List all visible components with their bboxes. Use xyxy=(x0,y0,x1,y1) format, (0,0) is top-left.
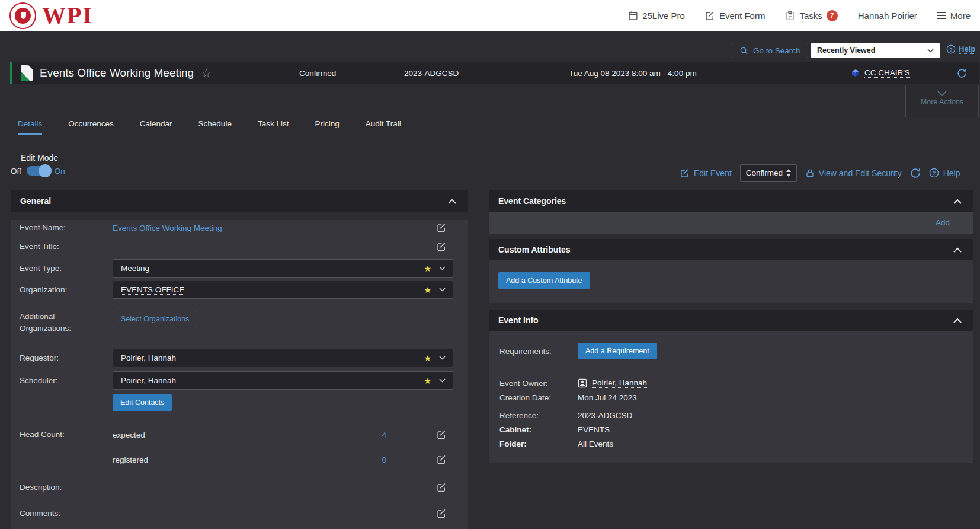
event-state: Confirmed xyxy=(299,62,336,84)
head-count-expected-row: Head Count: expected 4 xyxy=(20,427,457,442)
select-organizations-button[interactable]: Select Organizations xyxy=(113,311,197,327)
expected-value[interactable]: 4 xyxy=(382,431,386,439)
nav-more[interactable]: More xyxy=(937,10,971,21)
edit-registered-icon[interactable] xyxy=(437,455,447,465)
event-refresh-icon[interactable] xyxy=(957,62,967,84)
requirements-label: Requirements: xyxy=(499,347,578,356)
calendar-icon xyxy=(628,11,638,21)
details-refresh-icon[interactable] xyxy=(910,168,921,179)
tab-calendar[interactable]: Calendar xyxy=(140,119,172,135)
event-actions-row: Edit Event Confirmed View and Edit Secur… xyxy=(680,164,960,182)
edit-description-icon[interactable] xyxy=(437,483,447,493)
tab-audit-trail[interactable]: Audit Trail xyxy=(366,119,401,135)
menu-icon xyxy=(937,10,946,21)
tab-details[interactable]: Details xyxy=(18,119,42,135)
go-to-search-button[interactable]: Go to Search xyxy=(732,43,808,58)
help-link-top[interactable]: ? Help xyxy=(946,44,975,54)
nav-more-label: More xyxy=(950,11,971,21)
chevron-up-icon[interactable] xyxy=(448,199,456,204)
scheduler-select[interactable]: Poirier, Hannah ★ xyxy=(113,371,453,390)
registered-label: registered xyxy=(113,455,148,464)
tab-occurrences[interactable]: Occurrences xyxy=(68,119,114,135)
spinner-icon xyxy=(786,169,791,177)
toggle-on-label: On xyxy=(55,167,65,176)
reference-value: 2023-ADGCSD xyxy=(578,411,632,420)
event-name-value[interactable]: Events Office Working Meeting xyxy=(113,224,222,232)
event-type-row: Event Type: Meeting ★ xyxy=(20,259,457,278)
organization-row: Organization: EVENTS OFFICE ★ xyxy=(20,281,457,299)
svg-text:?: ? xyxy=(949,47,953,53)
requestor-value: Poirier, Hannah xyxy=(121,353,176,362)
chevron-up-icon[interactable] xyxy=(953,318,962,323)
tab-pricing[interactable]: Pricing xyxy=(315,119,339,135)
reference-row: Reference: 2023-ADGCSD xyxy=(499,408,964,422)
event-title: Events Office Working Meeting xyxy=(40,66,194,79)
edit-event-title-icon[interactable] xyxy=(437,242,447,252)
cube-icon xyxy=(851,69,860,77)
event-categories-body: Add xyxy=(489,212,973,234)
registered-value[interactable]: 0 xyxy=(382,455,386,464)
creation-date-label: Creation Date: xyxy=(499,393,578,402)
event-type-label: Event Type: xyxy=(20,263,113,275)
required-star-icon: ★ xyxy=(424,264,431,273)
event-owner-link[interactable]: Poirier, Hannah xyxy=(578,378,647,388)
help-link-details[interactable]: ? Help xyxy=(929,168,960,178)
add-custom-attribute-button[interactable]: Add a Custom Attribute xyxy=(498,272,590,289)
more-actions-button[interactable]: More Actions xyxy=(905,85,979,117)
nav-user[interactable]: Hannah Poirier xyxy=(858,11,917,21)
tab-schedule[interactable]: Schedule xyxy=(198,119,232,135)
event-type-select[interactable]: Meeting ★ xyxy=(113,259,453,278)
organization-select[interactable]: EVENTS OFFICE ★ xyxy=(113,281,453,299)
head-count-registered-row: registered 0 xyxy=(20,452,457,467)
organization-label: Organization: xyxy=(20,284,113,296)
event-info-header: Event Info xyxy=(489,310,973,331)
add-requirement-button[interactable]: Add a Requirement xyxy=(578,343,657,359)
general-panel: General Event Name: Events Office Workin… xyxy=(11,190,468,529)
chevron-down-icon xyxy=(439,288,446,292)
svg-text:?: ? xyxy=(932,170,936,176)
view-edit-security-link[interactable]: View and Edit Security xyxy=(805,168,902,178)
add-category-link[interactable]: Add xyxy=(936,218,950,227)
tab-task-list[interactable]: Task List xyxy=(258,119,289,135)
edit-event-name-icon[interactable] xyxy=(437,223,447,233)
additional-orgs-row: Additional Organizations: Select Organiz… xyxy=(20,311,457,330)
recently-viewed-value: Recently Viewed xyxy=(817,46,875,55)
wpi-wordmark: WPI xyxy=(42,4,93,27)
event-datetime: Tue Aug 08 2023 8:00 am - 4:00 pm xyxy=(569,62,697,84)
favorite-star-icon[interactable]: ☆ xyxy=(201,67,212,79)
event-categories-title: Event Categories xyxy=(498,196,566,206)
nav-user-label: Hannah Poirier xyxy=(858,11,917,21)
edit-event-link[interactable]: Edit Event xyxy=(680,168,732,178)
chevron-down-icon xyxy=(439,356,446,360)
edit-comments-icon[interactable] xyxy=(437,509,447,519)
creation-date-value: Mon Jul 24 2023 xyxy=(578,393,637,402)
event-state-select[interactable]: Confirmed xyxy=(740,164,797,182)
edit-contacts-button[interactable]: Edit Contacts xyxy=(113,394,172,411)
nav-tasks[interactable]: Tasks 7 xyxy=(785,10,837,21)
help-icon: ? xyxy=(946,44,956,54)
event-type-value: Meeting xyxy=(121,264,149,273)
event-location-link[interactable]: CC CHAIR'S xyxy=(851,62,910,84)
nav-event-form[interactable]: Event Form xyxy=(705,11,766,21)
chevron-down-icon xyxy=(439,378,446,383)
event-state-value: Confirmed xyxy=(746,168,783,177)
cabinet-row: Cabinet: EVENTS xyxy=(499,422,964,436)
creation-date-row: Creation Date: Mon Jul 24 2023 xyxy=(499,390,964,404)
chevron-up-icon[interactable] xyxy=(953,247,962,253)
chevron-up-icon[interactable] xyxy=(953,199,962,204)
wpi-logo[interactable]: WPI xyxy=(9,2,93,29)
help-icon: ? xyxy=(929,168,939,178)
person-icon xyxy=(578,378,587,388)
edit-icon xyxy=(680,168,690,178)
edit-expected-icon[interactable] xyxy=(437,430,447,440)
cabinet-value: EVENTS xyxy=(578,425,610,434)
event-categories-panel: Event Categories Add xyxy=(489,190,973,234)
comments-label: Comments: xyxy=(20,508,113,520)
general-title: General xyxy=(20,196,51,206)
chevron-down-icon xyxy=(906,91,978,96)
edit-mode-toggle-row: Off On xyxy=(11,166,65,176)
requestor-select[interactable]: Poirier, Hannah ★ xyxy=(113,349,453,367)
recently-viewed-select[interactable]: Recently Viewed xyxy=(811,43,940,58)
nav-25live-pro[interactable]: 25Live Pro xyxy=(628,11,685,21)
edit-mode-toggle[interactable] xyxy=(27,166,49,176)
